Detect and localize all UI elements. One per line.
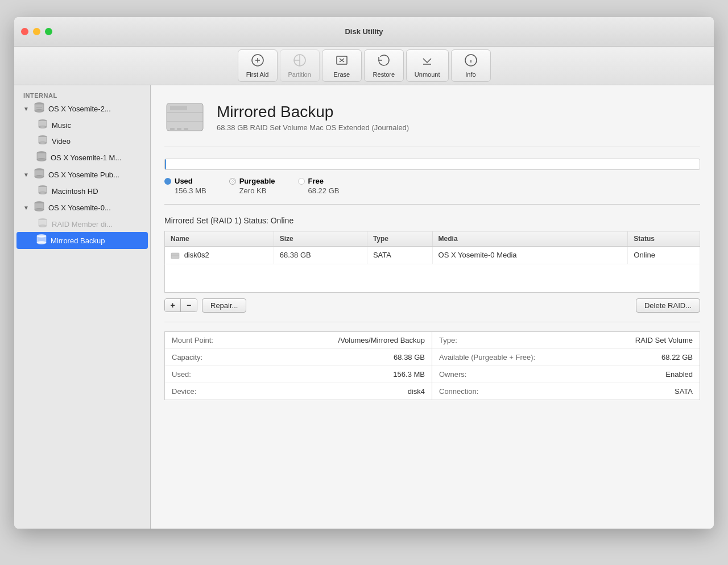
sidebar-item-label-yosemite1m: OS X Yosemite-1 M... [51, 153, 121, 162]
legend-purgeable: Purgeable Zero KB [229, 177, 275, 195]
usage-legend: Used 156.3 MB Purgeable Zero KB [164, 177, 700, 195]
col-header-media: Media [432, 231, 628, 247]
erase-button[interactable]: Erase [322, 49, 362, 82]
window-title: Disk Utility [345, 27, 383, 36]
sidebar-item-os-yosemite-1m[interactable]: OS X Yosemite-1 M... [16, 149, 148, 166]
info-row-owners: Owners: Enabled [432, 366, 700, 383]
svg-rect-39 [177, 128, 181, 130]
info-row-available: Available (Purgeable + Free): 68.22 GB [432, 349, 700, 366]
sidebar-item-music[interactable]: Music [16, 117, 148, 133]
info-used-label: Used: [172, 370, 191, 379]
cell-size: 68.38 GB [274, 247, 367, 264]
disclosure-icon-yosemite2: ▼ [23, 106, 29, 112]
cell-status: Online [628, 247, 700, 264]
sidebar-item-label-yosemite2: OS X Yosemite-2... [48, 105, 111, 113]
svg-point-34 [37, 242, 46, 244]
sidebar-item-mirrored-backup[interactable]: Mirrored Backup [16, 232, 148, 249]
sidebar-item-label-macintosh-hd: Macintosh HD [52, 187, 98, 196]
table-row[interactable]: disk0s2 68.38 GB SATA OS X Yosemite-0 Me… [165, 247, 700, 264]
unmount-button[interactable]: Unmount [406, 49, 449, 82]
add-remove-group: + − [164, 298, 197, 312]
drive-icon-music [37, 119, 48, 131]
remove-button[interactable]: − [181, 299, 197, 311]
empty-table-row [165, 264, 700, 292]
drive-icon-raid-member [37, 218, 48, 230]
first-aid-button[interactable]: First Aid [238, 49, 278, 82]
sidebar-item-os-yosemite-2[interactable]: ▼ OS X Yosemite-2... [16, 100, 148, 117]
erase-icon [335, 53, 349, 69]
used-label: Used [175, 177, 193, 185]
restore-label: Restore [373, 71, 395, 78]
delete-raid-button[interactable]: Delete RAID... [636, 298, 700, 313]
minimize-button[interactable] [33, 28, 40, 35]
svg-point-9 [35, 110, 44, 113]
toolbar: First Aid Partition Erase [14, 47, 714, 85]
col-header-name: Name [165, 231, 274, 247]
cell-name: disk0s2 [165, 247, 274, 264]
sidebar-item-label-mirrored-backup: Mirrored Backup [51, 236, 105, 245]
used-value: 156.3 MB [164, 186, 206, 195]
disclosure-icon-yosemite0: ▼ [23, 205, 29, 211]
type-label: Type: [439, 336, 457, 344]
drive-icon-yosemite0 [34, 201, 45, 214]
sidebar-item-label-raid-member: RAID Member di... [52, 220, 113, 229]
restore-button[interactable]: Restore [364, 49, 404, 82]
owners-value: Enabled [665, 370, 693, 379]
svg-rect-38 [170, 128, 175, 130]
info-col-left: Mount Point: /Volumes/Mirrored Backup Ca… [165, 332, 432, 400]
svg-rect-40 [184, 128, 188, 130]
repair-button[interactable]: Repair... [202, 298, 246, 313]
connection-value: SATA [675, 387, 693, 396]
cell-media: OS X Yosemite-0 Media [432, 247, 628, 264]
sidebar-item-macintosh-hd[interactable]: Macintosh HD [16, 183, 148, 199]
free-value: 68.22 GB [298, 186, 340, 195]
purgeable-dot [229, 178, 236, 185]
info-grid: Mount Point: /Volumes/Mirrored Backup Ca… [164, 331, 700, 400]
disk-large-icon [164, 97, 205, 138]
unmount-label: Unmount [415, 71, 440, 78]
svg-point-22 [35, 176, 44, 178]
available-value: 68.22 GB [661, 353, 693, 362]
legend-used: Used 156.3 MB [164, 177, 206, 195]
usage-section: Used 156.3 MB Purgeable Zero KB [164, 159, 700, 205]
unmount-icon [420, 53, 434, 69]
add-button[interactable]: + [165, 299, 181, 311]
sidebar-item-os-yosemite-pub[interactable]: ▼ OS X Yosemite Pub... [16, 166, 148, 183]
disk-header: Mirrored Backup 68.38 GB RAID Set Volume… [164, 97, 700, 147]
mount-point-value: /Volumes/Mirrored Backup [338, 336, 425, 344]
usage-bar [164, 159, 700, 170]
capacity-label: Capacity: [172, 353, 202, 362]
detail-panel: Mirrored Backup 68.38 GB RAID Set Volume… [151, 85, 714, 529]
first-aid-icon [251, 53, 264, 69]
type-value: RAID Set Volume [635, 336, 693, 344]
partition-icon [293, 53, 307, 69]
svg-point-28 [35, 209, 44, 211]
cell-type: SATA [367, 247, 432, 264]
sidebar-item-raid-member[interactable]: RAID Member di... [16, 216, 148, 232]
raid-actions: + − Repair... Delete RAID... [164, 298, 700, 313]
main-content: Internal ▼ OS X Yosemite-2... [14, 85, 714, 529]
info-col-right: Type: RAID Set Volume Available (Purgeab… [432, 332, 700, 400]
info-button[interactable]: Info [451, 49, 491, 82]
free-label: Free [308, 177, 324, 185]
info-row-connection: Connection: SATA [432, 383, 700, 400]
sidebar-item-label-yosemite0: OS X Yosemite-0... [48, 203, 111, 212]
info-used-value: 156.3 MB [393, 370, 425, 379]
info-row-device: Device: disk4 [165, 383, 432, 400]
close-button[interactable] [21, 28, 28, 35]
col-header-size: Size [274, 231, 367, 247]
sidebar-item-os-yosemite-0[interactable]: ▼ OS X Yosemite-0... [16, 199, 148, 216]
info-icon [464, 53, 478, 69]
drive-icon-yosemite1m [36, 151, 47, 164]
device-label: Device: [172, 387, 196, 396]
window-controls [21, 28, 52, 35]
erase-label: Erase [333, 71, 350, 78]
partition-button[interactable]: Partition [280, 49, 320, 82]
maximize-button[interactable] [45, 28, 52, 35]
info-row-used: Used: 156.3 MB [165, 366, 432, 383]
svg-point-19 [37, 159, 46, 161]
sidebar-item-video[interactable]: Video [16, 133, 148, 149]
drive-icon-mirrored-backup [36, 234, 47, 247]
capacity-value: 68.38 GB [394, 353, 425, 362]
available-label: Available (Purgeable + Free): [439, 353, 535, 362]
